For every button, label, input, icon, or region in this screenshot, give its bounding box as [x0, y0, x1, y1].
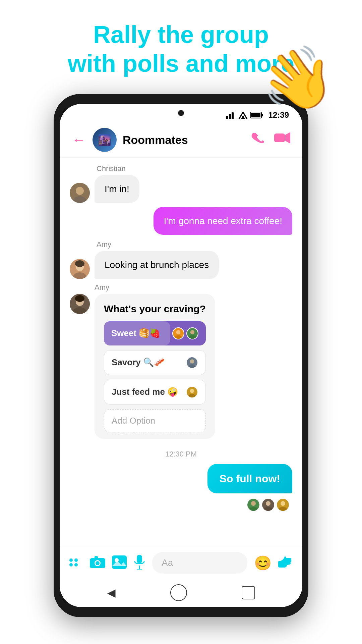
sent-message-row: I'm gonna need extra coffee!	[70, 207, 292, 235]
header-actions	[251, 131, 290, 149]
phone-screen: 12:39 ← 🌆 Roommates	[60, 104, 302, 607]
phone-frame: 12:39 ← 🌆 Roommates	[54, 94, 308, 617]
svg-point-12	[76, 187, 84, 195]
svg-rect-51	[112, 555, 127, 569]
poll-option-sweet[interactable]: Sweet 🥞🍓	[104, 321, 206, 345]
poll-option-text-sweet: Sweet 🥞🍓	[111, 328, 160, 338]
svg-point-41	[281, 501, 285, 506]
thumbs-up-icon[interactable]	[278, 555, 293, 571]
svg-point-38	[266, 501, 270, 506]
chat-header: ← 🌆 Roommates	[60, 122, 302, 158]
group-name: Roommates	[123, 133, 251, 147]
sent-message-row-2: So full now!	[70, 464, 292, 494]
svg-rect-2	[232, 112, 234, 119]
messages-area[interactable]: Christian I'm in! I'm	[60, 158, 302, 546]
message-bubble: I'm in!	[95, 175, 139, 203]
nav-back[interactable]: ◀	[107, 586, 116, 599]
nav-recents[interactable]	[242, 586, 255, 599]
message-input[interactable]: Aa	[152, 552, 247, 574]
message-row: I'm in!	[70, 175, 292, 203]
sent-bubble: I'm gonna need extra coffee!	[154, 207, 292, 235]
battery-icon	[250, 111, 263, 119]
svg-point-26	[190, 330, 194, 334]
voter-avatar-4	[186, 386, 198, 398]
back-button[interactable]: ←	[72, 132, 86, 148]
seen-avatar-2	[262, 499, 274, 511]
dots-icon[interactable]	[69, 556, 83, 570]
svg-point-35	[251, 501, 256, 506]
svg-rect-1	[229, 114, 231, 119]
nav-bar: ◀	[60, 580, 302, 607]
voter-avatar-3	[186, 357, 198, 369]
seen-avatar-3	[277, 499, 289, 511]
poll-add-text: Add Option	[112, 416, 155, 426]
sender-label-amy1: Amy	[97, 240, 292, 249]
mic-icon[interactable]	[133, 555, 145, 571]
svg-point-44	[74, 558, 78, 562]
sender-label-poll: Amy	[95, 283, 292, 292]
svg-point-49	[96, 561, 100, 565]
svg-point-43	[69, 558, 73, 562]
svg-marker-10	[285, 132, 290, 144]
video-call-icon[interactable]	[274, 131, 290, 149]
sender-label-christian: Christian	[97, 164, 292, 173]
poll-voters-savory	[186, 357, 198, 369]
group-avatar: 🌆	[93, 128, 117, 152]
wifi-icon	[238, 111, 248, 119]
message-group-poll: Amy What's your craving?	[70, 283, 292, 444]
image-icon[interactable]	[112, 555, 127, 570]
wave-emoji: 👋	[254, 38, 341, 121]
timestamp: 12:30 PM	[70, 450, 292, 459]
svg-point-23	[176, 330, 180, 334]
voter-avatar-2	[186, 327, 198, 339]
poll-option-text-feedme: Just feed me 🤪	[112, 387, 178, 397]
poll-option-feedme[interactable]: Just feed me 🤪	[104, 380, 206, 405]
sent-bubble-2: So full now!	[207, 464, 292, 494]
signal-icon	[226, 111, 236, 119]
bottom-toolbar: Aa 😊	[60, 546, 302, 580]
phone-call-icon[interactable]	[251, 131, 265, 149]
svg-point-29	[190, 359, 194, 363]
svg-point-46	[74, 563, 78, 567]
voter-avatar-1	[172, 327, 184, 339]
seen-avatar-1	[247, 499, 259, 511]
poll-option-savory[interactable]: Savory 🔍🥓	[104, 350, 206, 375]
christian-avatar	[70, 183, 90, 203]
svg-point-32	[190, 389, 194, 393]
message-group-amy1: Amy Looking at brunch places	[70, 240, 292, 279]
input-placeholder: Aa	[162, 557, 173, 568]
camera-icon[interactable]	[90, 555, 105, 570]
camera-dot	[178, 110, 184, 116]
svg-rect-50	[95, 556, 98, 559]
message-group-christian: Christian I'm in!	[70, 164, 292, 203]
amy-avatar-2	[70, 294, 90, 314]
message-row-amy1: Looking at brunch places	[70, 251, 292, 279]
svg-rect-54	[137, 555, 142, 564]
seen-row	[70, 499, 292, 511]
nav-home[interactable]	[170, 584, 187, 601]
svg-rect-0	[226, 116, 228, 119]
poll-voters-feedme	[186, 386, 198, 398]
svg-rect-57	[278, 561, 281, 568]
emoji-icon[interactable]: 😊	[254, 555, 272, 571]
amy-avatar-1	[70, 259, 90, 279]
poll-question: What's your craving?	[104, 303, 206, 315]
svg-point-45	[69, 563, 73, 567]
poll-card: What's your craving? Sweet 🥞🍓	[95, 294, 215, 439]
svg-rect-8	[251, 113, 260, 117]
svg-rect-7	[261, 114, 263, 116]
svg-point-17	[75, 260, 84, 267]
message-bubble-brunch: Looking at brunch places	[95, 251, 219, 279]
svg-rect-9	[274, 133, 285, 142]
poll-voters-sweet	[172, 327, 198, 339]
poll-add-option[interactable]: Add Option	[104, 409, 206, 432]
poll-option-text-savory: Savory 🔍🥓	[112, 357, 165, 368]
svg-point-21	[75, 295, 84, 302]
